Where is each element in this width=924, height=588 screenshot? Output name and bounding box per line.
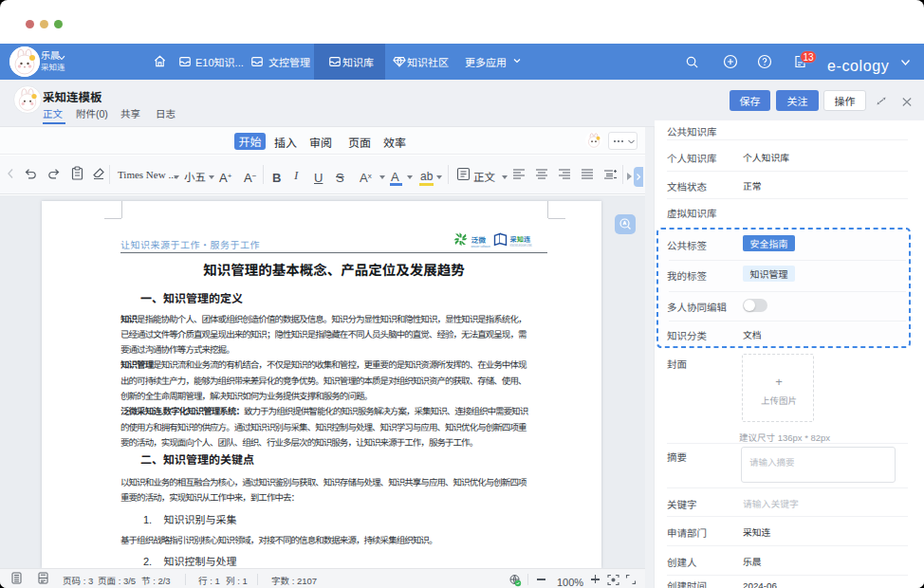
svg-text:泛微: 泛微 <box>471 234 487 245</box>
svg-text:采知连: 采知连 <box>510 234 531 244</box>
svg-text:weaver software: weaver software <box>471 245 491 248</box>
svg-text:KNOWLEDGE LINK: KNOWLEDGE LINK <box>510 244 533 248</box>
